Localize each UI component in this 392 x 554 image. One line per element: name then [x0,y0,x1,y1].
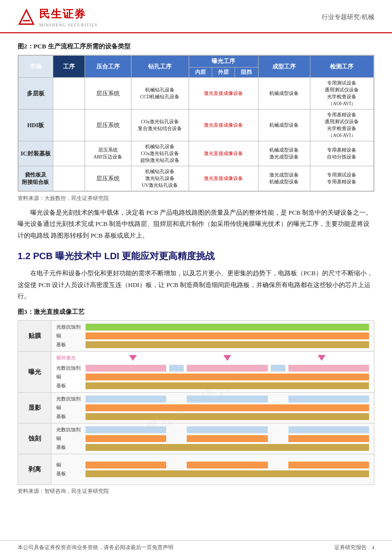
cell-exposure3: 激光直接成像设备 [189,141,258,166]
cell-drill4: 机械钻孔设备激光钻孔设备UV激光钻孔设备 [131,166,189,191]
cell-laminate1: 层压系统 [85,78,131,110]
bar-substrate-gold-etch [86,444,369,451]
layer-label-sub-etch: 基板 [56,444,86,451]
cell-drill2: CO₂激光钻孔设备复合激光钻结合设备 [131,110,189,141]
th-inner: 内层 [189,67,212,77]
layer-label-resist-exp: 光数抗蚀剂 [56,365,86,372]
arrow1 [129,355,137,361]
cell-empty4 [53,166,85,191]
figure2-title: 图2：PCB 生产流程工序所需的设备类型 [18,42,374,51]
th-resist: 阻挡 [235,67,258,77]
layer-copper-paste: 铜 [56,332,369,339]
layer-substrate-etch: 基板 [56,444,369,451]
fig3-row-exposure: 曝光 紫外激光 [18,352,374,393]
th-market: 市场 [19,56,53,78]
seg-etch-copper-empty2 [271,435,285,442]
heading-12: 1.2 PCB 曝光技术中 LDI 更能应对更高精度挑战 [18,250,374,263]
bar-substrate-gold-dev [86,413,369,420]
figure2-table: 市场 工序 压合工序 钻孔工序 曝光工序 内层 外层 阻挡 成型工序 检测工序 [18,55,374,192]
figure2-source: 资料来源：大族数控，民生证券研究院 [18,195,374,202]
bar-resist-etch-segments [86,426,369,433]
market-hdi: HDI板 [19,110,53,141]
seg-etch-empty1 [169,426,184,433]
logo-icon [18,8,35,26]
cell-molding1: 机械成型设备 [258,78,310,110]
bar-copper-orange1 [86,332,369,339]
th-outer: 外层 [212,67,235,77]
cell-exposure4: 激光直接成像设备 [189,166,258,191]
arrow2 [223,355,231,361]
seg-dev-empty1 [169,396,184,402]
cell-empty1 [53,78,85,110]
footer-disclaimer: 本公司具备证券投资咨询业务资格，请务必阅读最后一页免责声明 [18,544,174,551]
layer-substrate-exposure: 基板 [56,382,369,389]
cell-exposure2: 激光直接成像设备 [189,110,258,141]
fig3-row-strip: 剥离 铜 基板 [18,454,374,485]
fig3-content-develop: 光数抗蚀剂 铜 基板 [51,393,374,423]
seg-strip-orange1 [86,462,166,468]
market-multilayer: 多层板 [19,78,53,110]
cell-exposure1: 激光直接成像设备 [189,78,258,110]
pcb-equipment-table: 市场 工序 压合工序 钻孔工序 曝光工序 内层 外层 阻挡 成型工序 检测工序 [18,55,374,191]
seg-etch-orange2 [187,435,267,442]
seg-strip-empty1 [169,462,184,468]
body-para2: 在电子元件和设备小型化和更好功能的需求不断增加，以及芯片更小、更密集的趋势下，电… [18,267,374,302]
cell-laminate2: 层压系统 [85,110,131,141]
bar-substrate-gold1 [86,341,369,348]
fig3-row-etch: 蚀刻 光数抗蚀剂 铜 [18,423,374,454]
layer-label-resist: 光致抗蚀剂 [56,324,86,331]
cell-empty3 [53,141,85,166]
layer-substrate-paste: 基板 [56,341,369,348]
logo-en: MINSHENG SECURITIES [39,22,98,27]
uv-row: 紫外激光 [56,355,369,361]
bar-resist-dev-segments [86,396,369,402]
arrow-down-2 [223,355,231,361]
figure3-source: 资料来源：智研咨询，民生证券研究院 [18,488,374,495]
layer-copper-strip: 铜 [56,462,369,468]
page-header: 民生证券 MINSHENG SECURITIES 行业专题研究/机械 [0,0,392,33]
seg-etch-blue2 [187,426,267,433]
logo-cn: 民生证券 [39,8,86,20]
seg-dev-empty2 [271,396,285,402]
body-para1: 曝光设备是光刻技术的集中载体，决定着 PCB 产品电路线路图的质量及产品的整体性… [18,207,374,241]
fig3-row-paste: 贴膜 光致抗蚀剂 铜 基板 [18,321,374,352]
arrow3 [318,355,326,361]
layer-label-sub-strip: 基板 [56,470,86,477]
arrow-down-3 [318,355,326,361]
table-row: 多层板 层压系统 机械钻孔设备CCD机械钻孔设备 激光直接成像设备 机械成型设备… [19,78,374,110]
fig3-label-strip: 剥离 [18,454,51,485]
figure3-title: 图3：激光直接成像工艺 [18,308,374,316]
th-col5: 检测工序 [310,56,373,78]
layer-copper-exposure: 铜 [56,374,369,380]
layer-label-sub1: 基板 [56,341,86,348]
seg-strip-orange2 [187,462,267,468]
layer-resist-exposure: 光数抗蚀剂 [56,365,369,372]
layer-resist-etch: 光数抗蚀剂 [56,426,369,433]
cell-molding3: 机械成型设备激光成型设备 [258,141,310,166]
footer-report-type: 证券研究报告 4 [334,544,375,551]
figure3-diagram: 民生证券研究院 贴膜 光致抗蚀剂 铜 基板 曝光 [18,320,374,485]
th-exposure-top: 曝光工序 [189,56,258,67]
cell-drill3: 机械钻孔设备CO₂激光钻孔设备超快激光钻孔设备 [131,141,189,166]
layer-copper-etch: 铜 [56,435,369,442]
market-flex: 挠性板及附接组合板 [19,166,53,191]
bar-copper-strip-segments [86,462,369,468]
page-footer: 本公司具备证券投资咨询业务资格，请务必阅读最后一页免责声明 证券研究报告 4 [0,540,392,554]
th-process: 工序 [53,56,85,78]
cell-laminate3: 层压系统ABF压边设备 [85,141,131,166]
th-exposure-bottom: 内层 外层 阻挡 [189,67,258,77]
layer-label-copper-dev: 铜 [56,404,86,411]
cell-test4: 专用测试设备专用基精设备 [310,166,373,191]
main-content: 图2：PCB 生产流程工序所需的设备类型 市场 工序 压合工序 钻孔工序 曝光工… [0,33,392,510]
seg-blue2 [271,365,285,372]
fig3-label-etch: 蚀刻 [18,423,51,454]
layer-label-sub-exp: 基板 [56,382,86,389]
fig3-label-exposure: 曝光 [18,352,51,392]
seg-pink2 [187,365,267,372]
layer-label-resist-etch: 光数抗蚀剂 [56,426,86,433]
th-col3: 曝光工序 内层 外层 阻挡 [189,56,258,78]
seg-etch-blue1 [86,426,166,433]
cell-test3: 专用基精设备自动分拣设备 [310,141,373,166]
cell-drill1: 机械钻孔设备CCD机械钻孔设备 [131,78,189,110]
layer-resist-paste: 光致抗蚀剂 [56,324,369,331]
